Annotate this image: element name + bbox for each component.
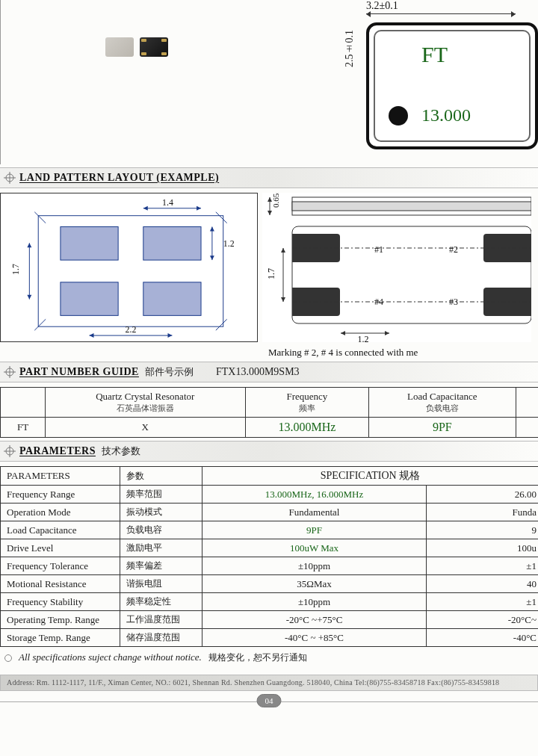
svg-marker-14 xyxy=(197,206,201,211)
param-name: Frequency Range xyxy=(1,486,120,504)
svg-line-5 xyxy=(216,212,227,223)
param-name-cn: 储存温度范围 xyxy=(120,629,202,647)
chip-top-photo xyxy=(105,37,134,57)
svg-marker-17 xyxy=(210,255,214,260)
param-name: Storage Temp. Range xyxy=(1,629,120,647)
package-logo: FT xyxy=(421,42,448,67)
svg-marker-26 xyxy=(268,211,272,215)
svg-rect-9 xyxy=(143,227,201,261)
section-title-cn: 部件号示例 xyxy=(145,365,194,379)
package-outline-drawing: 3.2±0.1 2.5±0.1 FT 13.000 xyxy=(344,0,538,164)
pin1-dot-icon xyxy=(389,106,408,126)
param-name: Operating Temp. Range xyxy=(1,611,120,629)
svg-marker-23 xyxy=(167,333,172,338)
table-row: Quartz Crystal Resonator 石英晶体谐振器 Frequen… xyxy=(1,388,539,418)
dim-v-pitch-r: 1.7 xyxy=(266,268,276,279)
param-name-cn: 负载电容 xyxy=(120,521,202,539)
package-height-dim: 2.5±0.1 xyxy=(344,30,356,67)
param-name-cn: 激励电平 xyxy=(120,539,202,557)
footnote-cn: 规格变化，恕不另行通知 xyxy=(208,652,307,663)
dim-v-pitch: 1.7 xyxy=(10,264,21,275)
table-row: Operating Temp. Range工作温度范围-20°C ~+75°C-… xyxy=(1,611,539,629)
param-header-name-cn: 参数 xyxy=(120,467,202,486)
param-spec-1: 100uW Max xyxy=(202,539,427,557)
section-header-part-number: PART NUMBER GUIDE 部件号示例 FTX13.000M9SM3 xyxy=(0,362,538,382)
dim-h-pitch-r: 1.2 xyxy=(358,334,369,342)
page-number: 04 xyxy=(257,694,282,707)
param-spec-1: 13.000MHz, 16.000MHz xyxy=(202,486,427,504)
table-row: Motional Resistance谐振电阻35ΩMax40 xyxy=(1,575,539,593)
package-width-dim: 3.2±0.1 xyxy=(366,0,398,11)
param-name-cn: 谐振电阻 xyxy=(120,575,202,593)
package-outline-region: 3.2±0.1 2.5±0.1 FT 13.000 xyxy=(0,0,538,164)
pn-cell-type: X xyxy=(46,418,246,438)
param-header-spec: SPECIFICATION 规格 xyxy=(202,467,539,486)
param-spec-2: ±1 xyxy=(427,593,539,611)
pn-header-blank xyxy=(1,388,46,418)
pad-label-2: #2 xyxy=(449,244,458,255)
svg-rect-10 xyxy=(61,282,118,316)
crosshair-icon xyxy=(0,441,19,461)
svg-marker-35 xyxy=(385,331,389,335)
table-row: FT X 13.000MHz 9PF xyxy=(1,418,539,438)
svg-marker-32 xyxy=(281,297,285,302)
table-row: Frequency Stability频率稳定性±10ppm±1 xyxy=(1,593,539,611)
svg-marker-22 xyxy=(90,333,94,338)
table-row: PARAMETERS 参数 SPECIFICATION 规格 xyxy=(1,467,539,486)
svg-marker-34 xyxy=(341,331,345,335)
svg-line-4 xyxy=(34,212,46,223)
param-spec-2: 26.00 xyxy=(427,486,539,504)
svg-marker-13 xyxy=(143,206,148,211)
param-spec-1: -40°C ~ +85°C xyxy=(202,629,427,647)
param-spec-1: -20°C ~+75°C xyxy=(202,611,427,629)
param-name: Frequency Tolerance xyxy=(1,557,120,575)
dim-h-pitch: 2.2 xyxy=(126,324,137,335)
pn-cell-prefix: FT xyxy=(1,418,46,438)
pn-cell-loadcap: 9PF xyxy=(369,418,516,438)
table-row: Frequency Range频率范围13.000MHz, 16.000MHz2… xyxy=(1,486,539,504)
section-title: LAND PATTERN LAYOUT (EXAMPLE) xyxy=(19,172,219,184)
pn-header-load-cap: Load Capacitance 负载电容 xyxy=(369,388,516,418)
section-header-land-pattern: LAND PATTERN LAYOUT (EXAMPLE) xyxy=(0,167,538,188)
address-bar: Address: Rm. 1112-1117, 11/F., Ximan Cen… xyxy=(0,675,538,691)
svg-marker-31 xyxy=(281,248,285,252)
dim-pad-height: 1.2 xyxy=(223,238,235,249)
parameters-table: PARAMETERS 参数 SPECIFICATION 规格 Frequency… xyxy=(0,466,538,647)
crosshair-icon xyxy=(0,362,19,382)
svg-marker-19 xyxy=(27,243,31,247)
param-spec-1: ±10ppm xyxy=(202,557,427,575)
product-photo xyxy=(105,37,168,57)
chip-bottom-photo xyxy=(140,37,168,57)
section-header-parameters: PARAMETERS 技术参数 xyxy=(0,441,538,462)
dim-pad-width: 1.4 xyxy=(162,197,173,208)
svg-rect-8 xyxy=(61,227,118,261)
footnote: All specifications suject change without… xyxy=(0,651,538,664)
param-name: Motional Resistance xyxy=(1,575,120,593)
table-row: Load Capacitance负载电容9PF9 xyxy=(1,521,539,539)
pn-header-cutoff xyxy=(516,388,538,418)
param-spec-2: 9 xyxy=(427,521,539,539)
param-name-cn: 振动模式 xyxy=(120,504,202,521)
param-name-cn: 频率偏差 xyxy=(120,557,202,575)
param-name-cn: 频率范围 xyxy=(120,486,202,504)
param-name: Operation Mode xyxy=(1,504,120,521)
table-row: Frequency Tolerance频率偏差±10ppm±1 xyxy=(1,557,539,575)
pn-cell-cutoff xyxy=(516,418,538,438)
part-number-example: FTX13.000M9SM3 xyxy=(216,366,300,378)
svg-marker-16 xyxy=(210,227,214,232)
param-name: Load Capacitance xyxy=(1,521,120,539)
section-title-cn: 技术参数 xyxy=(102,444,140,458)
part-number-table: Quartz Crystal Resonator 石英晶体谐振器 Frequen… xyxy=(0,387,538,438)
package-freq-marking: 13.000 xyxy=(421,105,471,126)
pn-header-resonator: Quartz Crystal Resonator 石英晶体谐振器 xyxy=(46,388,246,418)
svg-line-7 xyxy=(216,319,227,330)
section-title: PART NUMBER GUIDE xyxy=(19,366,139,378)
table-row: Storage Temp. Range储存温度范围-40°C ~ +85°C-4… xyxy=(1,629,539,647)
param-header-name: PARAMETERS xyxy=(1,467,120,486)
param-spec-2: -40°C xyxy=(427,629,539,647)
section-title: PARAMETERS xyxy=(19,445,96,457)
bottom-view-drawing: 0.65±0.1 #1 #2 #4 #3 1.7 xyxy=(262,193,531,342)
param-spec-2: -20°C~ xyxy=(427,611,539,629)
marking-note: Marking # 2, # 4 is connected with me xyxy=(268,347,531,359)
param-name-cn: 工作温度范围 xyxy=(120,611,202,629)
